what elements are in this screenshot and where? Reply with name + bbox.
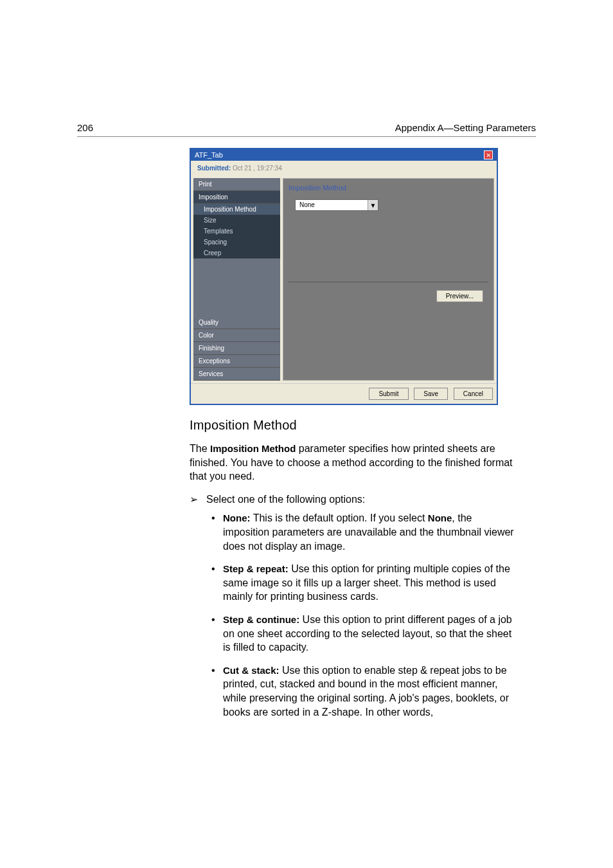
content-title: Imposition Method: [289, 184, 488, 192]
sidebar-item-print[interactable]: Print: [193, 178, 280, 191]
page-number: 206: [77, 122, 93, 133]
dialog-footer: Submit Save Cancel: [191, 383, 497, 404]
sidebar-item-imposition[interactable]: Imposition: [193, 191, 280, 204]
imposition-method-dropdown[interactable]: None ▼: [295, 199, 378, 211]
dialog-content: Imposition Method None ▼ Preview...: [283, 178, 494, 381]
sidebar-item-color[interactable]: Color: [193, 329, 280, 342]
sidebar-item-exceptions[interactable]: Exceptions: [193, 355, 280, 368]
header-divider: [77, 136, 536, 137]
dialog-body: Print Imposition Imposition Method Size …: [191, 176, 497, 383]
page-header: 206 Appendix A—Setting Parameters: [77, 122, 536, 133]
sidebar-sub-imposition-method[interactable]: Imposition Method: [193, 204, 280, 215]
sidebar-item-quality[interactable]: Quality: [193, 316, 280, 329]
article-body: Imposition Method The Imposition Method …: [190, 417, 517, 728]
sidebar-sub-size[interactable]: Size: [193, 215, 280, 226]
submitted-label: Submitted:: [197, 165, 231, 172]
list-item: None: This is the default option. If you…: [211, 511, 517, 553]
intro-paragraph: The Imposition Method parameter specifie…: [190, 442, 517, 484]
close-icon[interactable]: ✕: [484, 150, 493, 159]
sidebar-sub-creep[interactable]: Creep: [193, 248, 280, 258]
list-item: Step & continue: Use this option to prin…: [211, 613, 517, 655]
step-text: Select one of the following options:: [206, 493, 365, 507]
submitted-row: Submitted: Oct 21 , 19:27:34: [191, 161, 497, 176]
preview-button[interactable]: Preview...: [436, 290, 483, 302]
instruction-step: ➢ Select one of the following options:: [190, 493, 517, 507]
bold-term: Imposition Method: [210, 443, 296, 454]
cancel-button[interactable]: Cancel: [454, 388, 493, 400]
submit-button[interactable]: Submit: [369, 388, 408, 400]
save-button[interactable]: Save: [414, 388, 448, 400]
submitted-value: Oct 21 , 19:27:34: [233, 165, 282, 172]
sidebar-gap: [193, 258, 280, 316]
list-item: Cut & stack: Use this option to enable s…: [211, 664, 517, 719]
dialog-title-text: ATF_Tab: [195, 151, 223, 159]
dialog-sidebar: Print Imposition Imposition Method Size …: [193, 178, 280, 381]
dropdown-value: None: [296, 200, 368, 210]
chevron-down-icon[interactable]: ▼: [368, 200, 378, 210]
dialog-titlebar[interactable]: ATF_Tab ✕: [191, 149, 497, 161]
options-list: None: This is the default option. If you…: [190, 511, 517, 719]
sidebar-item-finishing[interactable]: Finishing: [193, 342, 280, 355]
job-parameters-dialog: ATF_Tab ✕ Submitted: Oct 21 , 19:27:34 P…: [190, 148, 498, 405]
content-divider: [289, 282, 488, 282]
section-heading: Imposition Method: [190, 417, 517, 434]
appendix-label: Appendix A—Setting Parameters: [395, 122, 536, 133]
sidebar-sub-spacing[interactable]: Spacing: [193, 237, 280, 248]
sidebar-sub-templates[interactable]: Templates: [193, 226, 280, 237]
list-item: Step & repeat: Use this option for print…: [211, 562, 517, 604]
step-marker-icon: ➢: [190, 493, 200, 507]
sidebar-item-services[interactable]: Services: [193, 368, 280, 381]
